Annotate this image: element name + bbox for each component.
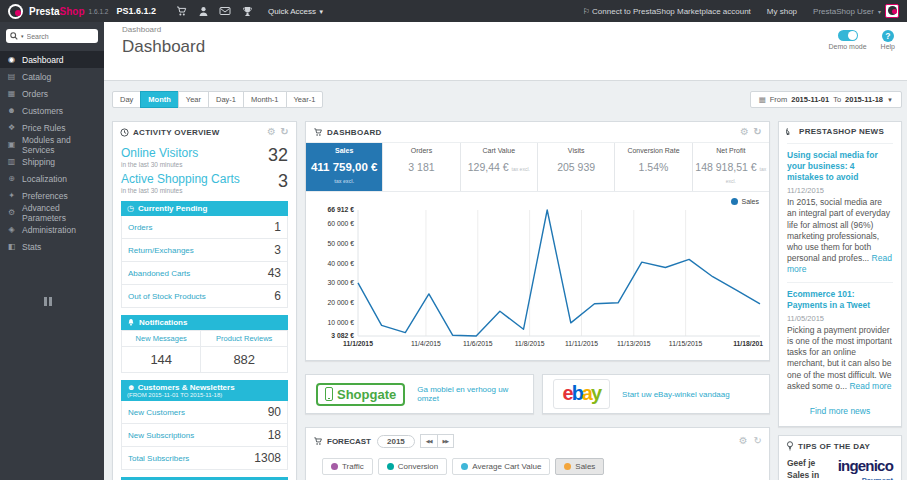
demo-mode-toggle[interactable]: Demo mode xyxy=(828,30,866,50)
sidebar-item-price-rules[interactable]: ❖Price Rules xyxy=(0,119,104,136)
range-year-button[interactable]: Year xyxy=(178,91,209,108)
brand-name[interactable]: PrestaShop xyxy=(29,6,85,17)
tab-orders[interactable]: Orders 3 181 xyxy=(383,143,460,191)
sidebar-item-advanced-parameters[interactable]: ⚙Advanced Parameters xyxy=(0,204,104,221)
sidebar-item-dashboard[interactable]: ◉Dashboard xyxy=(0,51,104,68)
product-reviews-link[interactable]: Product Reviews xyxy=(201,331,288,347)
legend-average-cart-value-button[interactable]: Average Cart Value xyxy=(452,458,550,475)
help-icon: ? xyxy=(882,30,894,42)
legend-sales-button[interactable]: Sales xyxy=(555,458,604,475)
sidebar-item-localization[interactable]: ⊕Localization xyxy=(0,170,104,187)
sidebar-item-preferences[interactable]: ✦Preferences xyxy=(0,187,104,204)
gear-icon[interactable]: ⚙ xyxy=(740,127,749,137)
sidebar-search[interactable]: ▾ xyxy=(6,29,98,43)
notifications-header: Notifications xyxy=(121,315,288,330)
help-button[interactable]: ? Help xyxy=(881,30,895,50)
user-menu[interactable]: PrestaShop User ▾ xyxy=(813,4,899,18)
pending-orders-link[interactable]: Orders xyxy=(128,223,152,232)
find-more-news-link[interactable]: Find more news xyxy=(787,398,893,420)
dashboard-icon: ◉ xyxy=(7,55,16,64)
tab-cart-value[interactable]: Cart Value 129,44 € tax excl. xyxy=(461,143,538,191)
range-day-button[interactable]: Day xyxy=(112,91,141,108)
gear-icon[interactable]: ⚙ xyxy=(267,127,276,137)
phone-icon xyxy=(325,387,333,401)
lightbulb-icon xyxy=(786,441,794,451)
gear-icon[interactable]: ⚙ xyxy=(739,436,748,446)
forecast-panel: FORECAST 2015 ◀◀ ▶▶ ⚙ ↻ xyxy=(305,427,770,480)
svg-text:66 912 €: 66 912 € xyxy=(328,206,355,213)
tab-visits[interactable]: Visits 205 939 xyxy=(538,143,615,191)
sidebar-item-modules[interactable]: ▣Modules and Services xyxy=(0,136,104,153)
range-year-1-button[interactable]: Year-1 xyxy=(286,91,324,108)
legend-conversion-button[interactable]: Conversion xyxy=(378,458,447,475)
messages-icon[interactable] xyxy=(214,6,236,16)
online-visitors-label[interactable]: Online Visitors xyxy=(121,146,198,160)
sidebar-item-orders[interactable]: ▦Orders xyxy=(0,85,104,102)
ebay-module-card: ebay Start uw eBay-winkel vandaag xyxy=(542,374,771,414)
next-period-button[interactable]: ▶▶ xyxy=(437,434,455,448)
active-carts-stat: Active Shopping Carts in the last 30 min… xyxy=(121,172,288,194)
legend-traffic-button[interactable]: Traffic xyxy=(322,458,373,475)
preferences-icon: ✦ xyxy=(7,191,16,200)
pending-returns-link[interactable]: Return/Exchanges xyxy=(128,246,194,255)
forecast-year-badge: 2015 xyxy=(377,435,415,448)
my-shop-link[interactable]: My shop xyxy=(767,7,797,16)
sidebar-collapse-button[interactable] xyxy=(44,297,104,306)
ebay-link[interactable]: Start uw eBay-winkel vandaag xyxy=(622,390,730,399)
range-month-1-button[interactable]: Month-1 xyxy=(243,91,287,108)
refresh-icon[interactable]: ↻ xyxy=(280,127,289,137)
advanced-parameters-icon: ⚙ xyxy=(7,208,16,217)
out-of-stock-link[interactable]: Out of Stock Products xyxy=(128,292,206,301)
clock-icon xyxy=(120,128,129,137)
ingenico-logo[interactable]: ingenico Payment services xyxy=(831,458,893,480)
sidebar-item-shipping[interactable]: ▥Shipping xyxy=(0,153,104,170)
customers-newsletters-header: ☻ Customers & Newsletters (FROM 2015-11-… xyxy=(121,380,288,401)
previous-period-button[interactable]: ◀◀ xyxy=(420,434,438,448)
legend-dot xyxy=(564,463,571,470)
range-day-1-button[interactable]: Day-1 xyxy=(208,91,244,108)
chevron-down-icon: ▼ xyxy=(887,97,893,103)
tab-sales[interactable]: Sales 411 759,00 € tax excl. xyxy=(306,143,383,191)
administration-icon: ◈ xyxy=(7,225,16,234)
total-subscribers-link[interactable]: Total Subscribers xyxy=(128,454,189,463)
quick-access-menu[interactable]: Quick Access ▼ xyxy=(268,7,324,16)
news-article-excerpt: In 2015, social media are an integral pa… xyxy=(787,197,893,276)
customer-icon[interactable] xyxy=(192,6,214,17)
prestashop-logo-icon[interactable] xyxy=(8,4,23,19)
tips-of-the-day-panel: TIPS OF THE DAY ingenico Payment service… xyxy=(778,435,902,480)
read-more-link[interactable]: Read more xyxy=(849,381,891,391)
activity-overview-panel: ACTIVITY OVERVIEW ⚙ ↻ Online Visitors in… xyxy=(112,121,297,480)
notifications-table: New Messages Product Reviews 144 882 xyxy=(121,330,288,373)
date-range-picker[interactable]: ▦ From2015-11-01 To2015-11-18 ▼ xyxy=(750,91,902,108)
sidebar-item-customers[interactable]: ☻Customers xyxy=(0,102,104,119)
currently-pending-header: ◷ Currently Pending xyxy=(121,201,288,216)
new-messages-link[interactable]: New Messages xyxy=(122,331,201,347)
sidebar-item-administration[interactable]: ◈Administration xyxy=(0,221,104,238)
new-subscriptions-row: New Subscriptions 18 xyxy=(121,424,288,447)
cart-icon xyxy=(313,437,323,446)
sidebar-item-catalog[interactable]: ▤Catalog xyxy=(0,68,104,85)
breadcrumb[interactable]: Dashboard xyxy=(122,25,893,34)
toggle-on-icon[interactable] xyxy=(838,30,858,41)
active-carts-label[interactable]: Active Shopping Carts xyxy=(121,172,240,186)
tab-net-profit[interactable]: Net Profit 148 918,51 € tax excl. xyxy=(693,143,769,191)
sidebar-item-stats[interactable]: ◧Stats xyxy=(0,238,104,255)
cart-icon[interactable] xyxy=(170,6,192,17)
search-scope-caret[interactable]: ▾ xyxy=(21,33,24,39)
refresh-icon[interactable]: ↻ xyxy=(754,436,762,446)
marketplace-link[interactable]: ⚐ Connect to PrestaShop Marketplace acco… xyxy=(583,7,751,16)
chart-legend[interactable]: Sales xyxy=(731,198,759,205)
new-subscriptions-link[interactable]: New Subscriptions xyxy=(128,431,194,440)
search-input[interactable] xyxy=(27,33,85,40)
range-month-button[interactable]: Month xyxy=(140,91,179,108)
abandoned-carts-link[interactable]: Abandoned Carts xyxy=(128,269,190,278)
new-customers-link[interactable]: New Customers xyxy=(128,408,185,417)
shopgate-link[interactable]: Ga mobiel en verhoog uw omzet xyxy=(417,385,522,403)
news-article-title-link[interactable]: Ecommerce 101: Payments in a Tweet xyxy=(787,289,893,311)
news-article-title-link[interactable]: Using social media for your business: 4 … xyxy=(787,150,893,183)
tab-conversion-rate[interactable]: Conversion Rate 1.54% xyxy=(615,143,692,191)
version-label: 1.6.1.2 xyxy=(89,8,109,15)
bell-icon xyxy=(127,318,135,327)
trophy-icon[interactable] xyxy=(236,6,258,17)
refresh-icon[interactable]: ↻ xyxy=(753,127,762,137)
